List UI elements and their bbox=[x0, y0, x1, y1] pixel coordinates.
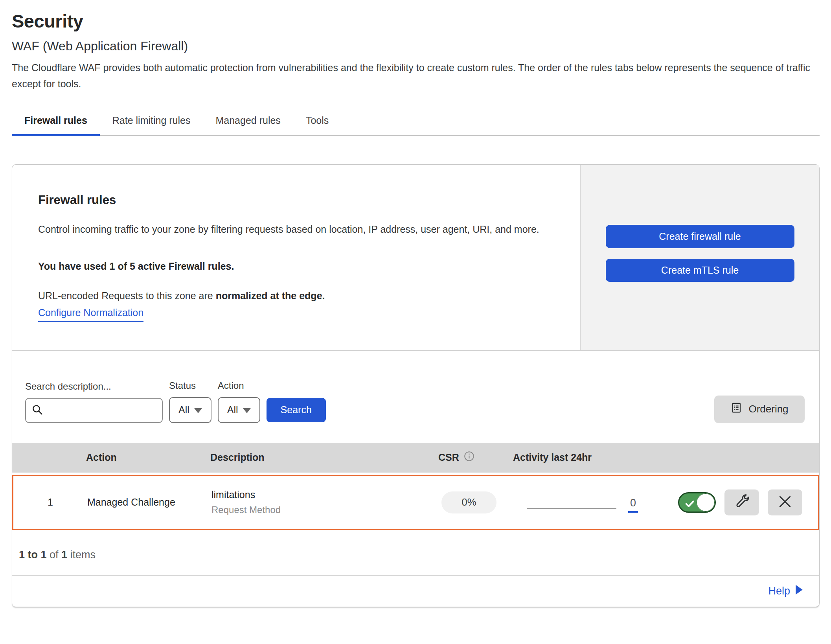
search-input[interactable] bbox=[47, 405, 156, 416]
ordering-list-icon bbox=[730, 402, 742, 416]
configure-normalization-link[interactable]: Configure Normalization bbox=[38, 307, 143, 322]
header-csr: CSR bbox=[423, 451, 513, 464]
create-firewall-rule-button[interactable]: Create firewall rule bbox=[606, 225, 794, 248]
rule-csr-cell: 0% bbox=[424, 491, 514, 513]
page-subtitle: WAF (Web Application Firewall) bbox=[12, 39, 820, 53]
help-bar: Help bbox=[12, 575, 819, 607]
normalization-bold: normalized at the edge. bbox=[216, 290, 325, 301]
edit-rule-button[interactable] bbox=[724, 489, 759, 515]
status-label: Status bbox=[169, 380, 211, 391]
rule-description: limitations bbox=[211, 489, 424, 500]
tab-tools[interactable]: Tools bbox=[293, 109, 341, 136]
help-link-label: Help bbox=[768, 585, 790, 597]
delete-rule-button[interactable] bbox=[768, 489, 802, 515]
page-intro: The Cloudflare WAF provides both automat… bbox=[12, 60, 819, 92]
security-waf-page: Security WAF (Web Application Firewall) … bbox=[0, 0, 831, 607]
status-select[interactable]: All bbox=[169, 397, 211, 423]
search-input-box[interactable] bbox=[25, 398, 163, 423]
status-filter-group: Status All bbox=[169, 380, 211, 423]
pagination-of: of bbox=[47, 549, 62, 561]
ordering-button-label: Ordering bbox=[748, 403, 788, 415]
check-icon bbox=[684, 498, 696, 511]
normalization-prefix: URL-encoded Requests to this zone are bbox=[38, 290, 216, 301]
rule-controls bbox=[660, 489, 818, 515]
rule-priority: 1 bbox=[13, 497, 87, 508]
search-button[interactable]: Search bbox=[267, 398, 326, 422]
search-label: Search description... bbox=[25, 381, 163, 392]
table-row: 1 Managed Challenge limitations Request … bbox=[12, 475, 819, 530]
usage-summary: You have used 1 of 5 active Firewall rul… bbox=[38, 261, 564, 272]
rule-description-cell: limitations Request Method bbox=[211, 489, 424, 515]
tab-managed-rules[interactable]: Managed rules bbox=[203, 109, 293, 136]
pagination-summary: 1 to 1 of 1 items bbox=[12, 530, 819, 575]
panel-heading: Firewall rules bbox=[38, 193, 564, 207]
header-action: Action bbox=[86, 452, 210, 463]
action-select[interactable]: All bbox=[218, 397, 260, 423]
summary-text-panel: Firewall rules Control incoming traffic … bbox=[12, 165, 580, 350]
csr-badge: 0% bbox=[441, 491, 496, 513]
search-field-group: Search description... bbox=[25, 381, 163, 423]
chevron-down-icon bbox=[194, 408, 202, 413]
info-icon[interactable] bbox=[464, 451, 474, 464]
card-summary-section: Firewall rules Control incoming traffic … bbox=[12, 165, 819, 351]
header-activity: Activity last 24hr bbox=[513, 452, 658, 463]
tab-rate-limiting-rules[interactable]: Rate limiting rules bbox=[100, 109, 203, 136]
rules-table-header: Action Description CSR Activity last 24h… bbox=[12, 443, 819, 473]
activity-count-link[interactable]: 0 bbox=[628, 497, 638, 513]
rule-description-sub: Request Method bbox=[211, 504, 424, 515]
page-title: Security bbox=[12, 10, 820, 32]
status-select-value: All bbox=[178, 404, 189, 416]
filter-toolbar: Search description... Status All Action bbox=[12, 351, 819, 443]
ordering-button[interactable]: Ordering bbox=[714, 396, 805, 423]
rule-activity-cell: 0 bbox=[514, 495, 660, 510]
actions-side-panel: Create firewall rule Create mTLS rule bbox=[580, 165, 819, 350]
pagination-total: 1 bbox=[61, 549, 67, 561]
help-link[interactable]: Help bbox=[768, 584, 803, 598]
rules-tab-bar: Firewall rules Rate limiting rules Manag… bbox=[12, 109, 820, 136]
pagination-items: items bbox=[67, 549, 96, 561]
normalization-note: URL-encoded Requests to this zone are no… bbox=[38, 290, 564, 302]
rule-enabled-toggle[interactable] bbox=[678, 492, 716, 513]
arrow-right-icon bbox=[795, 584, 803, 598]
panel-description: Control incoming traffic to your zone by… bbox=[38, 220, 553, 239]
create-mtls-rule-button[interactable]: Create mTLS rule bbox=[606, 259, 794, 282]
pagination-range: 1 to 1 bbox=[19, 549, 47, 561]
tab-firewall-rules[interactable]: Firewall rules bbox=[12, 109, 100, 136]
wrench-icon bbox=[734, 494, 750, 511]
toggle-knob bbox=[697, 493, 715, 512]
action-label: Action bbox=[218, 380, 260, 391]
chevron-down-icon bbox=[243, 408, 251, 413]
header-description: Description bbox=[210, 452, 423, 463]
action-filter-group: Action All bbox=[218, 380, 260, 423]
firewall-rules-card: Firewall rules Control incoming traffic … bbox=[12, 164, 820, 607]
activity-sparkline bbox=[527, 508, 616, 509]
header-csr-label: CSR bbox=[438, 452, 459, 463]
close-icon bbox=[778, 494, 792, 510]
rule-action: Managed Challenge bbox=[87, 497, 211, 508]
action-select-value: All bbox=[227, 404, 238, 416]
search-icon bbox=[31, 404, 43, 417]
